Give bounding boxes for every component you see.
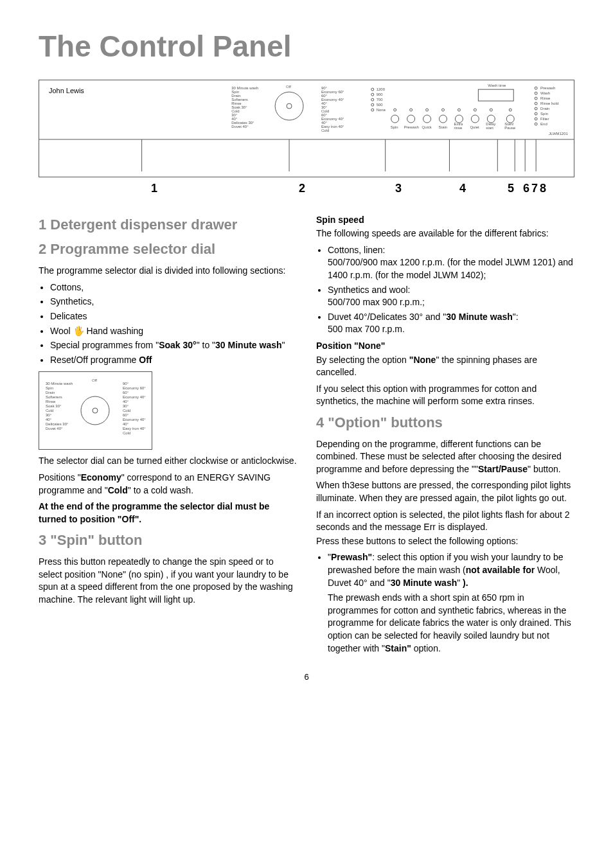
svg-point-62 [509,109,511,111]
svg-point-28 [371,89,374,91]
svg-text:Rinse: Rinse [540,96,551,100]
prewash-p2: The prewash ends with a short spin at 65… [328,592,574,655]
svg-text:500: 500 [377,103,384,107]
svg-text:Wash: Wash [540,92,550,96]
list-item: Synthetics and wool:500/700 max 900 r.p.… [328,284,574,309]
svg-text:rinse: rinse [454,126,463,130]
svg-text:30°: 30° [123,404,129,408]
section-4-p1: Depending on the programme, different fu… [316,438,574,476]
bold-text: "None [409,355,436,365]
svg-text:Drain: Drain [46,391,55,394]
svg-text:Pause: Pause [504,126,516,130]
position-none-l2: If you select this option with programme… [316,383,574,408]
svg-text:Off: Off [92,378,97,382]
svg-point-77 [535,112,537,115]
svg-point-79 [535,118,537,120]
text: Hand washing [84,326,144,336]
bold-text: ). [463,578,468,588]
svg-text:Prewash: Prewash [404,125,419,129]
text: " button. [528,464,561,474]
svg-text:60°: 60° [123,391,129,394]
svg-text:None: None [377,108,386,112]
section-4-p4: Press these buttons to select the follow… [316,535,574,548]
section-2-intro: The programme selector dial is divided i… [39,265,297,278]
svg-point-39 [394,109,396,111]
section-4-list: "Prewash": select this option if you wis… [316,551,574,655]
text: By selecting the option [316,355,409,365]
text: Cottons, linen: [328,245,386,255]
svg-point-44 [423,115,431,123]
svg-point-51 [458,109,460,111]
spin-speed-list: Cottons, linen:500/700/900 max 1200 r.p.… [316,244,574,336]
svg-text:Cold: Cold [46,409,53,412]
text: 500/700 max 900 r.p.m.; [328,297,425,307]
bold-text: Stain" [385,643,411,653]
svg-text:Wash time: Wash time [488,84,506,88]
spin-speed-heading: Spin speed [316,214,574,227]
svg-text:40°: 40° [123,400,129,403]
svg-text:60°: 60° [123,413,129,417]
svg-point-75 [535,107,537,110]
section-4-heading: 4 "Option" buttons [316,413,574,433]
svg-text:40°: 40° [46,418,52,421]
list-item: Cottons, [50,281,297,294]
svg-text:Spin: Spin [391,125,398,129]
bold-text: Economy [81,472,121,483]
list-item: Delicates [50,310,297,323]
svg-point-71 [535,98,537,100]
svg-point-73 [535,102,537,105]
diagram-num-3: 3 [305,181,402,197]
bold-text: 30 Minute wash [446,312,512,322]
svg-point-69 [535,93,537,95]
svg-text:Duvet 40°: Duvet 40° [46,427,63,430]
svg-text:30 Minute wash: 30 Minute wash [46,382,73,385]
svg-text:Economy 40°: Economy 40° [123,418,146,421]
svg-point-47 [440,115,447,123]
page-number: 6 [39,671,574,683]
section-2-heading: 2 Programme selector dial [39,240,297,260]
section-3-body: Press this button repeatedly to change t… [39,556,297,606]
svg-text:Filter: Filter [540,117,549,121]
svg-point-67 [535,87,537,90]
svg-rect-66 [478,90,513,102]
svg-text:Drain: Drain [540,107,549,111]
section-1-heading: 1 Detergent dispenser drawer [39,215,297,235]
bold-text: 30 Minute wash [215,340,281,350]
svg-point-55 [474,109,476,111]
svg-text:1200: 1200 [377,88,386,92]
svg-text:Soak 30°: Soak 30° [46,404,62,408]
svg-text:Quick: Quick [422,125,432,129]
diagram-num-678: 678 [514,181,548,197]
svg-text:Cold: Cold [123,409,130,412]
diagram-num-4: 4 [402,181,466,197]
svg-point-30 [371,94,374,96]
svg-text:Prewash: Prewash [540,87,555,91]
svg-text:Stain: Stain [439,125,448,129]
svg-text:Economy 60°: Economy 60° [123,386,146,390]
bold-text: Cold [108,485,128,495]
bold-text: Prewash" [331,552,372,562]
text: " to " [197,340,215,350]
svg-point-92 [81,396,109,425]
text: ": [513,312,519,322]
svg-text:Easy iron 40°: Easy iron 40° [123,427,146,430]
section-2-bold-note: At the end of the programme the selector… [39,500,297,526]
section-2-list: Cottons, Synthetics, Delicates Wool 🖐 Ha… [39,281,297,367]
text: Positions " [39,472,81,483]
position-none-heading: Position "None" [316,340,574,353]
text: Reset/Off programme [50,355,139,365]
svg-text:30°: 30° [46,413,52,417]
section-3-heading: 3 "Spin" button [39,531,297,551]
list-item: Duvet 40°/Delicates 30° and "30 Minute w… [328,311,574,336]
svg-point-32 [371,99,374,102]
text: Wool [50,326,73,336]
svg-text:Economy 40°: Economy 40° [123,395,146,399]
svg-text:start: start [486,126,493,130]
section-2-below1: The selector dial can be turned either c… [39,455,297,468]
svg-text:Duvet 40°: Duvet 40° [231,125,249,128]
text: 500/700/900 max 1200 r.p.m. (for the mod… [328,257,573,280]
diagram-number-row: 1 2 3 4 5 678 [39,181,574,197]
svg-text:Spin: Spin [540,112,548,116]
text: Duvet 40°/Delicates 30° and " [328,312,446,322]
svg-text:Spin: Spin [46,386,53,390]
